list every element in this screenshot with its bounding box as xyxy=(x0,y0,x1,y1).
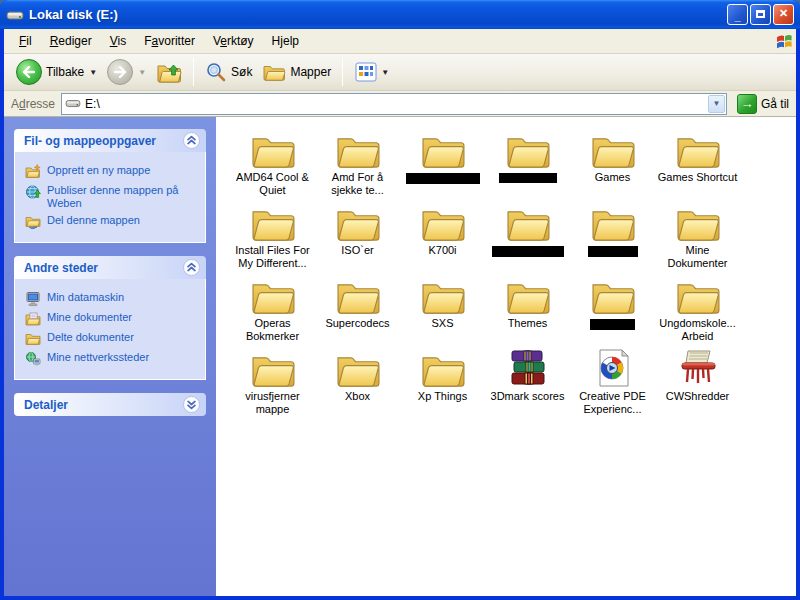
panel-title: Andre steder xyxy=(24,261,98,275)
close-button[interactable]: ✕ xyxy=(773,4,794,25)
go-button[interactable]: → Gå til xyxy=(733,94,793,114)
file-item-label: Ungdomskole...Arbeid xyxy=(659,317,735,343)
title-bar[interactable]: Lokal disk (E:) _ ✕ xyxy=(0,0,800,29)
chevron-double-up-icon[interactable] xyxy=(183,259,200,276)
creative-doc-icon xyxy=(593,346,633,388)
rar-archive-icon xyxy=(508,346,548,388)
back-icon xyxy=(16,59,42,85)
folder-icon xyxy=(420,346,465,388)
back-button[interactable]: Tilbake ▼ xyxy=(12,57,101,87)
maximize-button[interactable] xyxy=(750,4,771,25)
address-bar: Adresse E:\ ▼ → Gå til xyxy=(4,91,796,117)
folder-icon xyxy=(590,273,635,315)
file-item[interactable]: Amd For åsjekke te... xyxy=(315,127,400,200)
chevron-down-icon: ▼ xyxy=(713,99,721,108)
file-item[interactable] xyxy=(570,273,655,346)
menu-item-hjelp[interactable]: Hjelp xyxy=(263,31,308,51)
file-item-label: OperasBokmerker xyxy=(246,317,299,343)
folder-icon xyxy=(335,273,380,315)
file-item[interactable]: Supercodecs xyxy=(315,273,400,346)
up-button[interactable] xyxy=(152,58,186,86)
file-item[interactable]: K700i xyxy=(400,200,485,273)
file-item[interactable]: Ungdomskole...Arbeid xyxy=(655,273,740,346)
back-dropdown-icon[interactable]: ▼ xyxy=(89,68,97,77)
folders-icon xyxy=(262,62,286,82)
file-item[interactable]: 3Dmark scores xyxy=(485,346,570,419)
task-link[interactable]: Delte dokumenter xyxy=(25,331,199,347)
folder-icon xyxy=(250,273,295,315)
folder-icon xyxy=(420,273,465,315)
menu-item-fil[interactable]: Fil xyxy=(10,31,41,51)
file-item[interactable]: Creative PDEExperienc... xyxy=(570,346,655,419)
file-item[interactable]: Xp Things xyxy=(400,346,485,419)
file-item[interactable]: Themes xyxy=(485,273,570,346)
views-dropdown-icon[interactable]: ▼ xyxy=(381,68,389,77)
disk-drive-icon xyxy=(65,98,81,110)
file-item-label: ISO`er xyxy=(341,244,373,257)
file-item-label-redacted xyxy=(590,317,635,330)
address-dropdown-button[interactable]: ▼ xyxy=(708,95,725,113)
file-item[interactable]: MineDokumenter xyxy=(655,200,740,273)
file-item-label: Supercodecs xyxy=(325,317,389,330)
search-button[interactable]: Søk xyxy=(201,59,256,85)
file-item[interactable]: Games Shortcut xyxy=(655,127,740,200)
redaction-bar xyxy=(590,319,635,330)
folder-icon xyxy=(420,127,465,169)
file-item[interactable]: SXS xyxy=(400,273,485,346)
panel-header-file-folder-tasks[interactable]: Fil- og mappeoppgaver xyxy=(14,129,206,152)
file-item[interactable] xyxy=(570,200,655,273)
folder-icon xyxy=(675,127,720,169)
menu-item-verktøy[interactable]: Verktøy xyxy=(204,31,263,51)
menu-item-favoritter[interactable]: Favoritter xyxy=(135,31,204,51)
minimize-button[interactable]: _ xyxy=(727,4,748,25)
chevron-double-up-icon[interactable] xyxy=(183,132,200,149)
folder-icon xyxy=(250,200,295,242)
file-item[interactable] xyxy=(485,127,570,200)
file-item[interactable]: Install Files ForMy Different... xyxy=(230,200,315,273)
panel-header-other-places[interactable]: Andre steder xyxy=(14,256,206,279)
task-link[interactable]: Opprett en ny mappe xyxy=(25,164,199,180)
folder-icon xyxy=(590,127,635,169)
task-link[interactable]: Del denne mappen xyxy=(25,214,199,230)
chevron-double-down-icon[interactable] xyxy=(183,396,200,413)
panel-title: Fil- og mappeoppgaver xyxy=(24,134,156,148)
folders-label: Mapper xyxy=(290,65,331,79)
redaction-bar xyxy=(499,173,557,183)
search-label: Søk xyxy=(231,65,252,79)
file-item-label: Games xyxy=(595,171,630,184)
file-item[interactable]: CWShredder xyxy=(655,346,740,419)
panel-header-details[interactable]: Detaljer xyxy=(14,393,206,416)
forward-button[interactable]: ▼ xyxy=(103,57,150,87)
file-item[interactable]: Games xyxy=(570,127,655,200)
address-label: Adresse xyxy=(11,97,55,111)
task-link[interactable]: Publiser denne mappen på Weben xyxy=(25,184,199,210)
folder-icon xyxy=(505,273,550,315)
folder-content[interactable]: AMD64 Cool &Quiet Amd For åsjekke te... … xyxy=(216,117,796,596)
file-item[interactable]: OperasBokmerker xyxy=(230,273,315,346)
file-item[interactable] xyxy=(485,200,570,273)
panel-title: Detaljer xyxy=(24,398,68,412)
toolbar: Tilbake ▼ ▼ xyxy=(4,54,796,91)
folder-up-icon xyxy=(156,60,182,84)
menu-item-vis[interactable]: Vis xyxy=(101,31,135,51)
folders-button[interactable]: Mapper xyxy=(258,60,335,84)
address-input[interactable]: E:\ ▼ xyxy=(61,93,727,115)
file-item[interactable]: ISO`er xyxy=(315,200,400,273)
file-item[interactable]: virusfjernermappe xyxy=(230,346,315,419)
file-item[interactable] xyxy=(400,127,485,200)
task-link[interactable]: Mine nettverkssteder xyxy=(25,351,199,367)
menu-item-rediger[interactable]: Rediger xyxy=(41,31,101,51)
file-item-label-redacted xyxy=(588,244,638,257)
file-item[interactable]: Xbox xyxy=(315,346,400,419)
icon-grid: AMD64 Cool &Quiet Amd For åsjekke te... … xyxy=(230,127,796,419)
search-icon xyxy=(205,61,227,83)
file-item-label-redacted xyxy=(492,244,564,257)
task-link[interactable]: Min datamaskin xyxy=(25,291,199,307)
views-icon xyxy=(355,62,377,82)
views-button[interactable]: ▼ xyxy=(350,60,394,84)
folder-icon xyxy=(590,200,635,242)
task-link[interactable]: Mine dokumenter xyxy=(25,311,199,327)
file-item[interactable]: AMD64 Cool &Quiet xyxy=(230,127,315,200)
panel-body-file-folder-tasks: Opprett en ny mappe Publiser denne mappe… xyxy=(14,152,206,243)
folder-icon xyxy=(505,127,550,169)
